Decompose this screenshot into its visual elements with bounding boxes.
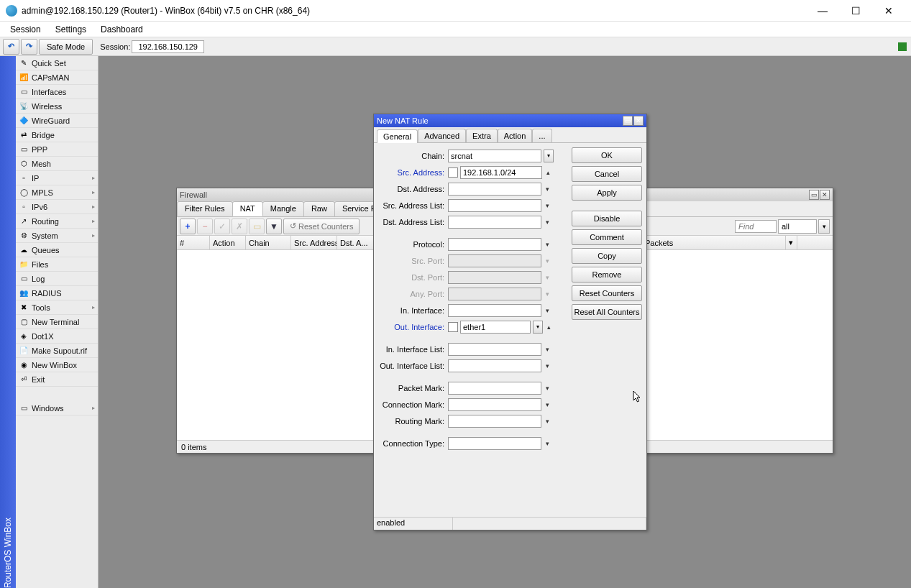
connection-mark-input[interactable] bbox=[448, 398, 541, 411]
sidebar-item-windows[interactable]: ▭Windows▸ bbox=[16, 401, 98, 415]
sidebar-item-files[interactable]: 📁Files bbox=[16, 257, 98, 272]
filter-button[interactable]: ▼ bbox=[266, 219, 282, 234]
src-address-invert[interactable] bbox=[448, 167, 458, 178]
nat-tab-extra[interactable]: Extra bbox=[466, 129, 498, 142]
sidebar-item-interfaces[interactable]: ▭Interfaces bbox=[16, 85, 98, 99]
col-menu-button[interactable]: ▾ bbox=[786, 236, 797, 249]
remove-button[interactable]: − bbox=[197, 219, 213, 234]
packet-mark-input[interactable] bbox=[448, 382, 541, 395]
src-address-collapse-icon[interactable]: ▴ bbox=[544, 169, 551, 176]
undo-button[interactable]: ↶ bbox=[3, 39, 19, 55]
protocol-input[interactable] bbox=[448, 238, 541, 251]
ok-button[interactable]: OK bbox=[572, 147, 642, 163]
find-input[interactable] bbox=[735, 220, 777, 233]
in-interface-input[interactable] bbox=[448, 304, 541, 317]
add-button[interactable]: + bbox=[180, 219, 196, 234]
dst-list-expand-icon[interactable]: ▾ bbox=[544, 219, 551, 226]
tab-filter-rules[interactable]: Filter Rules bbox=[177, 201, 233, 216]
routing-mark-expand-icon[interactable]: ▾ bbox=[544, 418, 551, 425]
sidebar-item-mpls[interactable]: ◯MPLS▸ bbox=[16, 185, 98, 200]
dst-address-expand-icon[interactable]: ▾ bbox=[544, 185, 551, 193]
nat-close-button[interactable]: ✕ bbox=[633, 116, 644, 126]
sidebar-item-system[interactable]: ⚙System▸ bbox=[16, 229, 98, 243]
close-button[interactable]: ✕ bbox=[872, 0, 905, 22]
sidebar-item-ipv6[interactable]: ▫IPv6▸ bbox=[16, 200, 98, 214]
cancel-button[interactable]: Cancel bbox=[572, 166, 642, 182]
remove-button[interactable]: Remove bbox=[572, 267, 642, 282]
col-header[interactable]: Packets bbox=[642, 236, 786, 249]
comment-button[interactable]: ▭ bbox=[249, 219, 265, 234]
src-address-input[interactable] bbox=[460, 166, 542, 179]
sidebar-item-queues[interactable]: ☁Queues bbox=[16, 243, 98, 257]
chain-dropdown[interactable]: ▾ bbox=[544, 150, 554, 162]
disable-button[interactable]: Disable bbox=[572, 211, 642, 226]
sidebar-item-dot1x[interactable]: ◈Dot1X bbox=[16, 329, 98, 344]
out-interface-list-input[interactable] bbox=[448, 359, 541, 372]
nat-tab-advanced[interactable]: Advanced bbox=[418, 129, 466, 142]
col-header[interactable]: Chain bbox=[246, 236, 291, 249]
connection-type-expand-icon[interactable]: ▾ bbox=[544, 440, 551, 447]
sidebar-item-routing[interactable]: ↗Routing▸ bbox=[16, 214, 98, 229]
col-header[interactable]: Action bbox=[210, 236, 246, 249]
tab-nat[interactable]: NAT bbox=[232, 201, 263, 216]
connection-type-input[interactable] bbox=[448, 437, 541, 450]
col-header[interactable]: Src. Address bbox=[291, 236, 337, 249]
reset-counters-button[interactable]: ↺Reset Counters bbox=[283, 219, 360, 234]
firewall-minimize-button[interactable]: ▭ bbox=[809, 190, 819, 200]
reset-counters-button[interactable]: Reset Counters bbox=[572, 285, 642, 301]
sidebar-item-exit[interactable]: ⏎Exit bbox=[16, 372, 98, 387]
enable-button[interactable]: ✓ bbox=[214, 219, 230, 234]
sidebar-item-tools[interactable]: ✖Tools▸ bbox=[16, 300, 98, 315]
dst-list-input[interactable] bbox=[448, 216, 541, 229]
sidebar-item-new-winbox[interactable]: ◉New WinBox bbox=[16, 358, 98, 372]
copy-button[interactable]: Copy bbox=[572, 248, 642, 264]
redo-button[interactable]: ↷ bbox=[21, 39, 37, 55]
sidebar-item-quick-set[interactable]: ✎Quick Set bbox=[16, 56, 98, 70]
apply-button[interactable]: Apply bbox=[572, 185, 642, 201]
nat-tab-action[interactable]: Action bbox=[498, 129, 533, 142]
nat-minimize-button[interactable]: ▭ bbox=[623, 116, 633, 126]
chain-input[interactable] bbox=[448, 150, 541, 162]
connection-mark-expand-icon[interactable]: ▾ bbox=[544, 401, 551, 408]
src-list-input[interactable] bbox=[448, 199, 541, 212]
minimize-button[interactable]: — bbox=[806, 0, 839, 22]
tab-mangle[interactable]: Mangle bbox=[262, 201, 304, 216]
out-interface-dropdown[interactable]: ▾ bbox=[533, 321, 543, 334]
sidebar-item-ppp[interactable]: ▭PPP bbox=[16, 142, 98, 157]
sidebar-item-radius[interactable]: 👥RADIUS bbox=[16, 286, 98, 300]
routing-mark-input[interactable] bbox=[448, 415, 541, 428]
src-list-expand-icon[interactable]: ▾ bbox=[544, 202, 551, 209]
nat-titlebar[interactable]: New NAT Rule ▭ ✕ bbox=[374, 114, 646, 127]
sidebar-item-make-supout-rif[interactable]: 📄Make Supout.rif bbox=[16, 344, 98, 358]
filter-select[interactable]: all bbox=[778, 219, 817, 234]
sidebar-item-new-terminal[interactable]: ▢New Terminal bbox=[16, 315, 98, 329]
col-header[interactable]: # bbox=[177, 236, 210, 249]
in-interface-list-input[interactable] bbox=[448, 343, 541, 356]
reset-all-counters-button[interactable]: Reset All Counters bbox=[572, 304, 642, 320]
menu-settings[interactable]: Settings bbox=[48, 23, 93, 36]
sidebar-item-wireless[interactable]: 📡Wireless bbox=[16, 99, 98, 114]
in-interface-list-expand-icon[interactable]: ▾ bbox=[544, 346, 551, 353]
maximize-button[interactable]: ☐ bbox=[839, 0, 872, 22]
safe-mode-button[interactable]: Safe Mode bbox=[39, 39, 93, 55]
protocol-expand-icon[interactable]: ▾ bbox=[544, 241, 551, 248]
firewall-close-button[interactable]: ✕ bbox=[820, 190, 830, 200]
tab-raw[interactable]: Raw bbox=[303, 201, 335, 216]
dst-address-input[interactable] bbox=[448, 183, 541, 196]
sidebar-item-mesh[interactable]: ⬡Mesh bbox=[16, 157, 98, 171]
sidebar-item-bridge[interactable]: ⇄Bridge bbox=[16, 128, 98, 142]
sidebar-item-capsman[interactable]: 📶CAPsMAN bbox=[16, 70, 98, 85]
menu-dashboard[interactable]: Dashboard bbox=[93, 23, 150, 36]
nat-tab-[interactable]: ... bbox=[532, 129, 551, 142]
packet-mark-expand-icon[interactable]: ▾ bbox=[544, 385, 551, 392]
in-interface-expand-icon[interactable]: ▾ bbox=[544, 307, 551, 314]
menu-session[interactable]: Session bbox=[3, 23, 48, 36]
out-interface-input[interactable] bbox=[460, 321, 531, 334]
sidebar-item-wireguard[interactable]: 🔷WireGuard bbox=[16, 114, 98, 128]
comment-button[interactable]: Comment bbox=[572, 229, 642, 245]
out-interface-invert[interactable] bbox=[448, 322, 458, 332]
filter-dropdown-button[interactable]: ▾ bbox=[818, 219, 830, 234]
out-interface-list-expand-icon[interactable]: ▾ bbox=[544, 362, 551, 369]
disable-button[interactable]: ✗ bbox=[232, 219, 247, 234]
sidebar-item-ip[interactable]: ▫IP▸ bbox=[16, 171, 98, 185]
